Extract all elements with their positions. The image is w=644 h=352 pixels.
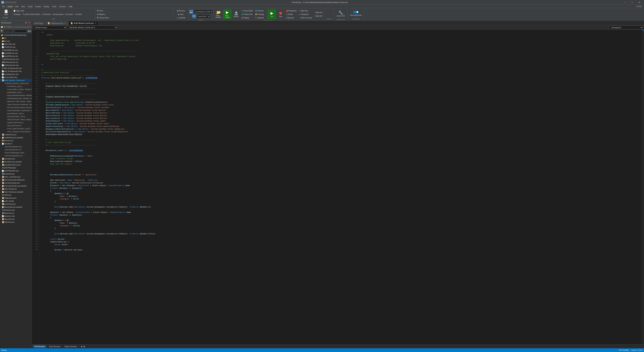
list-item[interactable]: 📋 NewScript.ps1.psbuild [0,206,32,209]
find-in-files-button[interactable]: 🔍 Find in Files... [96,16,173,19]
menu-tools[interactable]: Tools [51,5,58,8]
list-item[interactable]: 📄 Add4DBUser.vbs [0,55,32,58]
sign-script-button[interactable]: 📝 Sign script [13,9,94,12]
tab-close-buildmodulecache[interactable]: ✕ [95,22,96,24]
list-item[interactable]: ○ Update-JobTracker () [0,121,32,124]
list-item[interactable]: 📄 AddTempUser.vbs [0,64,32,67]
list-item[interactable]: ○ Add-JobTracker -Name <string> -JobScri… [0,118,32,121]
list-item[interactable]: 🖼 NewUser.ico [0,212,32,215]
list-item[interactable]: ○ FormEvent_Load () [0,85,32,88]
tab-nav-left[interactable]: ◀ [80,345,83,348]
list-item[interactable]: 📋 GermanInclude.ps1.psbuild [0,184,32,187]
remote-button[interactable]: 🌐 Remote [254,9,265,12]
cut-button[interactable]: ✂ Cut [2,16,10,19]
sidebar-pin-button[interactable]: 📌 [24,21,27,24]
toolbar-quick-btn-3[interactable] [10,1,12,3]
sidebar-collapse[interactable]: ⊟ [8,25,9,28]
run-to-cursor-button[interactable]: →| Run to Cursor [298,16,313,19]
build-edit-button[interactable]: 🔧 Build / Edit Function [22,12,41,16]
list-item[interactable]: 📜 PathTest.ps1 [0,221,32,224]
list-item[interactable]: 🗜 Extracted.zip [0,172,32,175]
list-item[interactable]: 📜 Decodehr151(1).ps1 [0,163,32,166]
platform-select[interactable]: Local Machine 64 Bit [194,10,213,13]
list-item[interactable]: ○ Call-Build_Module_Cache.psf () [0,82,32,85]
function-select[interactable]: Call-Build_Module_Cache.psf () [67,26,118,29]
list-item[interactable]: 📄 Add4DBUser.vbs [0,52,32,55]
list-item[interactable]: ○ Export-ModuleSelection -ModuleSelectio… [0,94,32,97]
step-out-button[interactable]: ↑ Step Out [314,14,323,18]
menu-home[interactable]: Home [6,5,14,8]
list-item[interactable]: 📋 Decodehr.ps1.psbuild [0,160,32,163]
convert-button[interactable]: ⇄ Convert [64,12,74,16]
list-item[interactable]: ○ Get-HresultCode ( hr) [0,148,32,151]
cancel-build-button[interactable]: ✕ Cancel Build [241,9,254,12]
list-item[interactable]: 📜 funny_character.ps1 [0,175,32,178]
list-item[interactable]: ○ Form_Cleanup_FormClosed () [0,130,32,133]
menu-edit[interactable]: Edit [14,5,20,8]
tree-root[interactable]: 📁 C:\Users\Alex\Desktop\Scripts [0,33,32,36]
list-item[interactable]: 📜 Build_Module_Cache.ps1 [0,79,32,82]
sidebar-up-button[interactable]: ⬆ [4,25,5,28]
list-item[interactable]: ⚙ AddTempUser.exe [0,58,32,61]
list-item[interactable]: 📜 GermanInclude.ps1 [0,181,32,184]
custom-tool-button[interactable]: 🔧 Custom Tool [336,9,346,18]
list-item[interactable]: ⚙ Add_EmployeeID.exe [0,67,32,70]
break-button[interactable]: ⏸ Break [285,12,297,16]
list-item[interactable]: 📄 5CDDF64.vbs [0,45,32,49]
sidebar-options[interactable]: ⚙ [10,25,12,28]
list-item[interactable]: ○ Stop-JobTracker () [0,124,32,127]
menu-connect[interactable]: Connect [58,5,67,8]
list-item[interactable]: ○ buttonBuild_Click () [0,91,32,94]
code-content[interactable]: <# .NOTES Code generated by: SAPIEN Tech… [39,30,642,344]
list-item[interactable]: 📄 Decode.hr [0,142,32,145]
tab-start-page[interactable]: Start Page [32,21,45,25]
menu-project[interactable]: Project [34,5,42,8]
build-all-button[interactable]: 🔨 Build All [254,16,265,19]
list-item[interactable]: ○ Send-Parameters -parameters -Newwriter… [0,109,32,112]
tracepoint-button[interactable]: ◇ Tracepoint [298,12,313,16]
tab-object-browser[interactable]: Object Browser [63,345,79,348]
list-item[interactable]: ○ Form_StateCorrection_Load () [0,127,32,130]
menu-deploy[interactable]: Deploy [42,5,51,8]
last-edit-button[interactable]: ↩ Last Edit [176,16,186,19]
step-into-button[interactable]: ↓ Step Into [314,11,323,14]
tab-build-module-cache[interactable]: 📜 Build Module Cache.ps1 ✕ [68,21,98,25]
scope-select[interactable]: (Global Scope) [33,26,66,29]
tab-tools-browser[interactable]: Tools Browser [47,345,62,348]
next-button[interactable]: ▶ Next [178,12,184,16]
list-item[interactable]: 📄 AccountTest.vbs [0,76,32,79]
list-item[interactable]: 📜 HelpExport.ps1 [0,196,32,199]
go-button[interactable]: ▶ Go [268,9,276,19]
list-item[interactable]: 📄 DHCPRestPS.vbs [0,169,32,172]
pester-test-button[interactable]: 🧪 Pester Test [241,12,254,16]
list-item[interactable]: ⚡ Hello.bat [0,193,32,196]
use-arguments-toggle[interactable] [353,11,358,13]
right-mini-map[interactable] [642,30,644,344]
package-button[interactable]: 📦 Package [254,12,265,16]
format-button[interactable]: ≡ Format [74,12,82,16]
analyze-button[interactable]: 🔬 Analyze [232,9,240,19]
sidebar-refresh[interactable]: ↻ [6,25,7,28]
sidebar-new-folder[interactable]: 📁 [1,25,3,28]
find-button[interactable]: 🔍 Find... [96,9,173,12]
list-item[interactable]: ○ Save-Command -Newwriter <System.IO.Str… [0,103,32,106]
replace-button[interactable]: ⇄ Replace... [96,12,173,16]
list-item[interactable]: 📜 NewScript.ps1 [0,203,32,206]
breakpoint-button[interactable]: ⬤ Breakpoint [285,9,297,12]
maximize-button[interactable]: □ [629,1,636,4]
previous-button[interactable]: ◀ Previous [176,9,186,12]
list-item[interactable]: 📜 GermanInclude ANSI.ps1 [0,178,32,181]
list-item[interactable]: 📜 Decodehr.ps1 [0,157,32,160]
list-item[interactable]: ⚙ DHCPRestExe [0,166,32,169]
list-item[interactable]: 📜 Olga test.ps1 [0,218,32,221]
menu-file[interactable]: File [1,5,6,8]
search-next[interactable]: ▶ [30,29,31,32]
minimize-button[interactable]: ─ [622,1,628,4]
list-item[interactable]: ○ Get-HresultFacility ( hr) [0,154,32,157]
toolbar-quick-btn-2[interactable] [8,1,10,3]
list-item[interactable]: 📄 NewUser.vbs [0,215,32,218]
menu-view[interactable]: View [20,5,26,8]
list-item[interactable]: ○ Build-ModuleCache -Module -Folders <st… [0,97,32,100]
tab-helpexport[interactable]: 📜 HelpExport.ps1 ✕ [46,21,68,25]
search-input[interactable] [4,30,27,32]
